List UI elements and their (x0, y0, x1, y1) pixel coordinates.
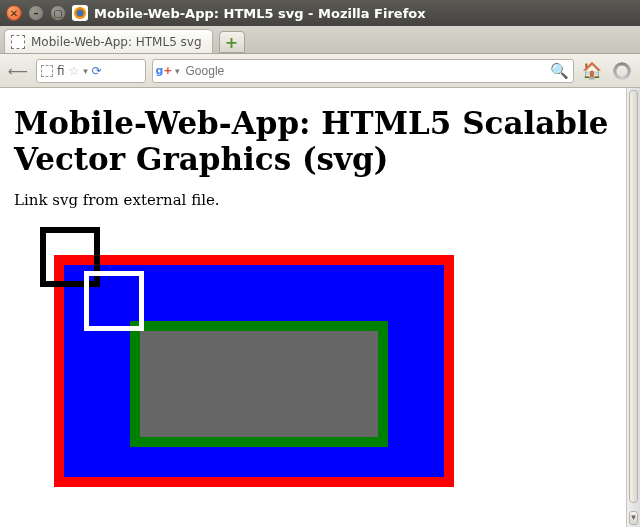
svg-graphic (40, 227, 470, 507)
scrollbar-thumb[interactable] (629, 90, 638, 503)
svg-rect-white-outline (84, 271, 144, 331)
new-tab-button[interactable]: + (219, 31, 245, 53)
svg-rect-gray (140, 331, 378, 437)
search-icon[interactable]: 🔍 (550, 62, 569, 80)
bookmark-star-icon[interactable]: ☆ (69, 64, 80, 78)
vertical-scrollbar[interactable]: ▾ (626, 88, 640, 527)
search-input[interactable] (184, 63, 546, 79)
back-button[interactable]: ⟵ (6, 59, 30, 83)
page-heading: Mobile-Web-App: HTML5 Scalable Vector Gr… (14, 106, 626, 177)
tab-active[interactable]: Mobile-Web-App: HTML5 svg (4, 29, 213, 53)
window-maximize-button[interactable]: ▢ (50, 5, 66, 21)
url-dropdown-icon[interactable]: ▾ (83, 66, 88, 76)
tab-strip: Mobile-Web-App: HTML5 svg + (0, 26, 640, 54)
search-bar[interactable]: g+ ▾ 🔍 (152, 59, 574, 83)
url-text: fi (57, 64, 65, 78)
throbber-icon (613, 62, 631, 80)
plus-icon: + (225, 33, 238, 52)
scrollbar-down-button[interactable]: ▾ (629, 511, 638, 525)
home-button[interactable]: 🏠 (580, 59, 604, 83)
window-close-button[interactable]: ✕ (6, 5, 22, 21)
page-paragraph: Link svg from external file. (14, 191, 626, 209)
activity-indicator (610, 59, 634, 83)
url-bar[interactable]: fi ☆ ▾ ⟳ (36, 59, 146, 83)
window-titlebar: ✕ – ▢ Mobile-Web-App: HTML5 svg - Mozill… (0, 0, 640, 26)
tab-label: Mobile-Web-App: HTML5 svg (31, 35, 202, 49)
search-engine-dropdown-icon[interactable]: ▾ (175, 66, 180, 76)
identity-icon (41, 65, 53, 77)
svg-point-1 (77, 10, 84, 17)
reload-icon[interactable]: ⟳ (92, 64, 102, 78)
firefox-icon (72, 5, 88, 21)
arrow-left-icon: ⟵ (8, 63, 28, 79)
navigation-toolbar: ⟵ fi ☆ ▾ ⟳ g+ ▾ 🔍 🏠 (0, 54, 640, 88)
google-icon: g+ (157, 64, 171, 78)
home-icon: 🏠 (582, 61, 602, 80)
window-minimize-button[interactable]: – (28, 5, 44, 21)
page-favicon (11, 35, 25, 49)
page-content: Mobile-Web-App: HTML5 Scalable Vector Gr… (0, 88, 640, 513)
browser-viewport: ▾ Mobile-Web-App: HTML5 Scalable Vector … (0, 88, 640, 527)
window-title: Mobile-Web-App: HTML5 svg - Mozilla Fire… (94, 6, 426, 21)
